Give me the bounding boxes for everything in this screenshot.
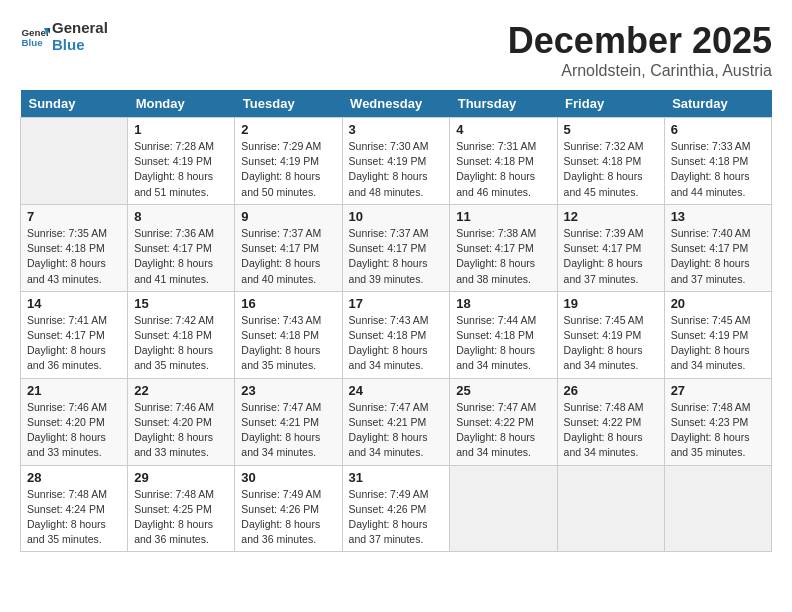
day-info: Sunrise: 7:37 AM Sunset: 4:17 PM Dayligh… [241,226,335,287]
day-info: Sunrise: 7:40 AM Sunset: 4:17 PM Dayligh… [671,226,765,287]
calendar-cell: 9Sunrise: 7:37 AM Sunset: 4:17 PM Daylig… [235,204,342,291]
logo-blue: Blue [52,37,108,54]
calendar-cell: 12Sunrise: 7:39 AM Sunset: 4:17 PM Dayli… [557,204,664,291]
day-info: Sunrise: 7:48 AM Sunset: 4:22 PM Dayligh… [564,400,658,461]
day-info: Sunrise: 7:47 AM Sunset: 4:21 PM Dayligh… [241,400,335,461]
calendar-body: 1Sunrise: 7:28 AM Sunset: 4:19 PM Daylig… [21,118,772,552]
calendar-cell: 29Sunrise: 7:48 AM Sunset: 4:25 PM Dayli… [128,465,235,552]
day-number: 31 [349,470,444,485]
day-info: Sunrise: 7:43 AM Sunset: 4:18 PM Dayligh… [349,313,444,374]
day-info: Sunrise: 7:35 AM Sunset: 4:18 PM Dayligh… [27,226,121,287]
weekday-header-row: SundayMondayTuesdayWednesdayThursdayFrid… [21,90,772,118]
day-info: Sunrise: 7:28 AM Sunset: 4:19 PM Dayligh… [134,139,228,200]
calendar-cell: 11Sunrise: 7:38 AM Sunset: 4:17 PM Dayli… [450,204,557,291]
day-info: Sunrise: 7:44 AM Sunset: 4:18 PM Dayligh… [456,313,550,374]
day-number: 13 [671,209,765,224]
day-info: Sunrise: 7:47 AM Sunset: 4:21 PM Dayligh… [349,400,444,461]
day-number: 10 [349,209,444,224]
calendar-cell: 19Sunrise: 7:45 AM Sunset: 4:19 PM Dayli… [557,291,664,378]
day-number: 27 [671,383,765,398]
day-info: Sunrise: 7:42 AM Sunset: 4:18 PM Dayligh… [134,313,228,374]
day-number: 8 [134,209,228,224]
day-info: Sunrise: 7:48 AM Sunset: 4:25 PM Dayligh… [134,487,228,548]
day-info: Sunrise: 7:31 AM Sunset: 4:18 PM Dayligh… [456,139,550,200]
logo-general: General [52,20,108,37]
calendar-week-3: 14Sunrise: 7:41 AM Sunset: 4:17 PM Dayli… [21,291,772,378]
day-number: 18 [456,296,550,311]
calendar-cell: 20Sunrise: 7:45 AM Sunset: 4:19 PM Dayli… [664,291,771,378]
calendar-cell [664,465,771,552]
day-info: Sunrise: 7:45 AM Sunset: 4:19 PM Dayligh… [671,313,765,374]
calendar-cell: 18Sunrise: 7:44 AM Sunset: 4:18 PM Dayli… [450,291,557,378]
day-number: 24 [349,383,444,398]
day-number: 12 [564,209,658,224]
day-info: Sunrise: 7:37 AM Sunset: 4:17 PM Dayligh… [349,226,444,287]
day-number: 21 [27,383,121,398]
calendar-cell: 22Sunrise: 7:46 AM Sunset: 4:20 PM Dayli… [128,378,235,465]
weekday-header-thursday: Thursday [450,90,557,118]
day-number: 19 [564,296,658,311]
day-number: 1 [134,122,228,137]
calendar-cell: 2Sunrise: 7:29 AM Sunset: 4:19 PM Daylig… [235,118,342,205]
day-number: 25 [456,383,550,398]
calendar-cell: 7Sunrise: 7:35 AM Sunset: 4:18 PM Daylig… [21,204,128,291]
calendar-cell: 6Sunrise: 7:33 AM Sunset: 4:18 PM Daylig… [664,118,771,205]
weekday-header-monday: Monday [128,90,235,118]
day-info: Sunrise: 7:49 AM Sunset: 4:26 PM Dayligh… [349,487,444,548]
calendar-cell: 10Sunrise: 7:37 AM Sunset: 4:17 PM Dayli… [342,204,450,291]
day-number: 26 [564,383,658,398]
calendar-cell [21,118,128,205]
day-info: Sunrise: 7:45 AM Sunset: 4:19 PM Dayligh… [564,313,658,374]
calendar-cell: 17Sunrise: 7:43 AM Sunset: 4:18 PM Dayli… [342,291,450,378]
day-number: 23 [241,383,335,398]
calendar-week-1: 1Sunrise: 7:28 AM Sunset: 4:19 PM Daylig… [21,118,772,205]
calendar-cell: 25Sunrise: 7:47 AM Sunset: 4:22 PM Dayli… [450,378,557,465]
logo: General Blue General Blue [20,20,108,53]
calendar-cell: 13Sunrise: 7:40 AM Sunset: 4:17 PM Dayli… [664,204,771,291]
day-number: 5 [564,122,658,137]
calendar-cell: 30Sunrise: 7:49 AM Sunset: 4:26 PM Dayli… [235,465,342,552]
day-number: 4 [456,122,550,137]
day-info: Sunrise: 7:48 AM Sunset: 4:23 PM Dayligh… [671,400,765,461]
month-title: December 2025 [508,20,772,62]
calendar-cell: 21Sunrise: 7:46 AM Sunset: 4:20 PM Dayli… [21,378,128,465]
svg-text:Blue: Blue [22,37,44,48]
weekday-header-sunday: Sunday [21,90,128,118]
calendar-cell: 15Sunrise: 7:42 AM Sunset: 4:18 PM Dayli… [128,291,235,378]
day-info: Sunrise: 7:38 AM Sunset: 4:17 PM Dayligh… [456,226,550,287]
day-number: 2 [241,122,335,137]
day-number: 30 [241,470,335,485]
day-info: Sunrise: 7:33 AM Sunset: 4:18 PM Dayligh… [671,139,765,200]
day-number: 28 [27,470,121,485]
weekday-header-friday: Friday [557,90,664,118]
day-info: Sunrise: 7:43 AM Sunset: 4:18 PM Dayligh… [241,313,335,374]
calendar-cell: 8Sunrise: 7:36 AM Sunset: 4:17 PM Daylig… [128,204,235,291]
calendar-cell: 31Sunrise: 7:49 AM Sunset: 4:26 PM Dayli… [342,465,450,552]
calendar-cell: 26Sunrise: 7:48 AM Sunset: 4:22 PM Dayli… [557,378,664,465]
calendar-cell: 4Sunrise: 7:31 AM Sunset: 4:18 PM Daylig… [450,118,557,205]
calendar-cell: 24Sunrise: 7:47 AM Sunset: 4:21 PM Dayli… [342,378,450,465]
calendar-cell: 23Sunrise: 7:47 AM Sunset: 4:21 PM Dayli… [235,378,342,465]
day-info: Sunrise: 7:41 AM Sunset: 4:17 PM Dayligh… [27,313,121,374]
day-info: Sunrise: 7:39 AM Sunset: 4:17 PM Dayligh… [564,226,658,287]
day-info: Sunrise: 7:29 AM Sunset: 4:19 PM Dayligh… [241,139,335,200]
calendar-week-5: 28Sunrise: 7:48 AM Sunset: 4:24 PM Dayli… [21,465,772,552]
day-info: Sunrise: 7:32 AM Sunset: 4:18 PM Dayligh… [564,139,658,200]
calendar-cell [557,465,664,552]
day-number: 16 [241,296,335,311]
day-number: 20 [671,296,765,311]
day-info: Sunrise: 7:30 AM Sunset: 4:19 PM Dayligh… [349,139,444,200]
calendar-week-2: 7Sunrise: 7:35 AM Sunset: 4:18 PM Daylig… [21,204,772,291]
weekday-header-wednesday: Wednesday [342,90,450,118]
day-number: 7 [27,209,121,224]
calendar-cell: 3Sunrise: 7:30 AM Sunset: 4:19 PM Daylig… [342,118,450,205]
day-number: 6 [671,122,765,137]
day-number: 3 [349,122,444,137]
day-number: 17 [349,296,444,311]
title-block: December 2025 Arnoldstein, Carinthia, Au… [508,20,772,80]
day-info: Sunrise: 7:48 AM Sunset: 4:24 PM Dayligh… [27,487,121,548]
calendar-cell [450,465,557,552]
day-number: 9 [241,209,335,224]
day-info: Sunrise: 7:36 AM Sunset: 4:17 PM Dayligh… [134,226,228,287]
day-info: Sunrise: 7:46 AM Sunset: 4:20 PM Dayligh… [134,400,228,461]
